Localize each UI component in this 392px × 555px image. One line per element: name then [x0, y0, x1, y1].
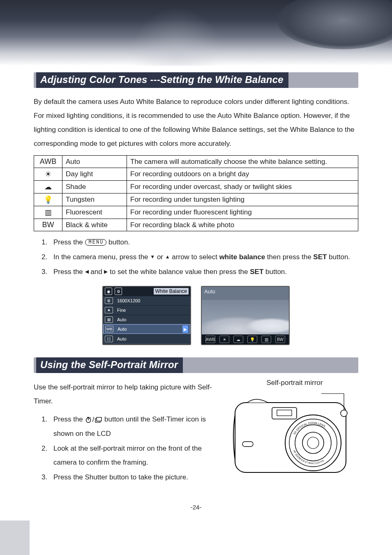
mirror-step-2: Look at the self-portrait mirror on the … [49, 442, 223, 470]
lcd-row-icon: ★ [105, 307, 113, 313]
header-banner [0, 0, 392, 66]
wb-desc-cell: For recording under tungsten lighting [127, 193, 358, 206]
svg-rect-12 [242, 442, 253, 447]
wb-desc-cell: The camera will automatically choose the… [127, 156, 358, 168]
svg-rect-8 [277, 410, 292, 416]
page-left-tab [0, 520, 30, 523]
wb-name-cell: Black & white [62, 219, 127, 231]
wb-icon-cell: ▥ [34, 206, 62, 219]
diagram-caption: Self-portrait mirror [231, 379, 358, 387]
table-row: ▥FluorescentFor recording under fluoresc… [34, 206, 358, 219]
wb-name-cell: Tungsten [62, 193, 127, 206]
svg-point-17 [307, 437, 319, 449]
svg-line-3 [90, 417, 91, 418]
svg-rect-5 [97, 417, 101, 421]
lcd-row-value: Fine [117, 308, 126, 313]
wb-strip-icon: ▥ [261, 336, 271, 343]
wb-icon-cell: 💡 [34, 193, 62, 206]
lcd-preview-label: Auto [204, 288, 215, 295]
mirror-step-1: Press the / button until the Self-Timer … [49, 412, 223, 441]
section-heading: Adjusting Color Tones ---Setting the Whi… [36, 72, 288, 88]
wb-strip-icon: 💡 [247, 336, 257, 343]
lcd-row-icon: WB [105, 326, 113, 332]
table-row: BWBlack & whiteFor recording black & whi… [34, 219, 358, 231]
timer-continuous-icon: / [85, 413, 103, 427]
up-arrow-icon: ▲ [165, 252, 170, 262]
wb-desc-cell: For recording under overcast, shady or t… [127, 181, 358, 193]
wb-icon-cell: AWB [34, 156, 62, 168]
section-heading-bar: Adjusting Color Tones ---Setting the Whi… [34, 72, 358, 88]
mirror-intro: Use the self-portrait mirror to help tak… [34, 380, 223, 408]
wb-strip-icon: AWB [205, 336, 215, 343]
lcd-menu-row: WBAuto▶ [103, 324, 190, 334]
lcd-row-arrow-icon: ▶ [182, 325, 188, 333]
self-portrait-diagram: Self-portrait mirror [231, 379, 358, 481]
lcd-row-icon: [·] [105, 336, 113, 342]
setup-mode-icon: ⚙ [115, 288, 122, 295]
lcd-title: White Balance [154, 288, 189, 295]
table-row: AWBAutoThe camera will automatically cho… [34, 156, 358, 168]
wb-desc-cell: For recording outdoors on a bright day [127, 168, 358, 181]
wb-strip-icon: ☀ [219, 336, 229, 343]
wb-icon-cell: BW [34, 219, 62, 231]
wb-name-cell: Fluorescent [62, 206, 127, 219]
lcd-row-value: 1600X1200 [117, 298, 140, 303]
down-arrow-icon: ▼ [150, 252, 155, 262]
lcd-row-icon: ⊞ [105, 297, 113, 304]
lcd-preview-image [202, 300, 289, 334]
camera-mode-icon: ◉ [105, 288, 112, 295]
white-balance-table: AWBAutoThe camera will automatically cho… [34, 155, 358, 231]
step-3: Press the ◀ and ▶ to set the white balan… [49, 265, 358, 279]
lcd-menu-row: ▨Auto [103, 315, 190, 324]
lcd-row-value: Auto [118, 327, 127, 332]
lcd-row-value: Auto [117, 317, 127, 322]
lcd-menu-row: [·]Auto [103, 334, 190, 343]
lcd-menu-row: ⊞1600X1200 [103, 296, 190, 305]
mirror-step-3: Press the Shutter button to take the pic… [49, 470, 223, 484]
white-balance-steps: Press the MENU button. In the camera men… [34, 235, 358, 279]
wb-name-cell: Day light [62, 168, 127, 181]
page-number: -24- [34, 504, 358, 511]
wb-name-cell: Shade [62, 181, 127, 193]
right-arrow-icon: ▶ [104, 267, 108, 276]
lcd-row-value: Auto [117, 336, 127, 341]
section-heading-bar-2: Using the Self-Portrait Mirror [34, 357, 358, 373]
table-row: 💡TungstenFor recording under tungsten li… [34, 193, 358, 206]
lcd-menu-row: ★Fine [103, 305, 190, 315]
lcd-preview-screenshot: Auto AWB☀☁💡▥BW [201, 286, 290, 345]
lcd-menu-screenshot: ◉ ⚙ White Balance ⊞1600X1200★Fine▨AutoWB… [102, 286, 191, 345]
wb-strip-icon: ☁ [233, 336, 243, 343]
wb-desc-cell: For recording black & white photo [127, 219, 358, 231]
lcd-wb-strip: AWB☀☁💡▥BW [202, 334, 289, 344]
lcd-row-icon: ▨ [105, 316, 113, 323]
step-2: In the camera menu, press the ▼ or ▲ arr… [49, 250, 358, 264]
menu-button-keycap: MENU [85, 239, 107, 246]
section-heading-2: Using the Self-Portrait Mirror [36, 357, 183, 373]
step-1: Press the MENU button. [49, 235, 358, 249]
svg-point-9 [341, 410, 347, 417]
left-arrow-icon: ◀ [85, 267, 89, 276]
wb-icon-cell: ☁ [34, 181, 62, 193]
lcd-examples: ◉ ⚙ White Balance ⊞1600X1200★Fine▨AutoWB… [34, 286, 358, 345]
mirror-steps: Press the / button until the Self-Timer … [34, 412, 223, 484]
table-row: ☀Day lightFor recording outdoors on a br… [34, 168, 358, 181]
intro-paragraph: By default the camera uses Auto White Ba… [34, 95, 358, 151]
wb-strip-icon: BW [275, 336, 285, 343]
wb-desc-cell: For recording under fluorescent lighting [127, 206, 358, 219]
wb-name-cell: Auto [62, 156, 127, 168]
wb-icon-cell: ☀ [34, 168, 62, 181]
table-row: ☁ShadeFor recording under overcast, shad… [34, 181, 358, 193]
